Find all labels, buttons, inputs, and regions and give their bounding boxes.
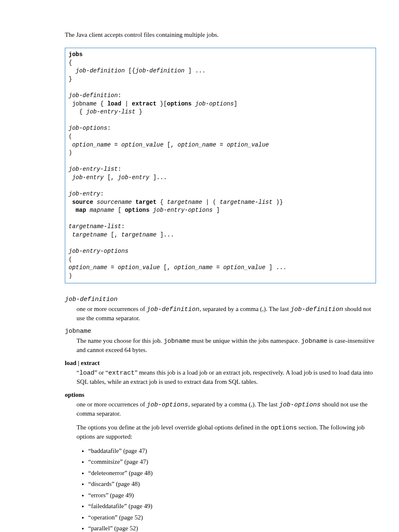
list-item: “commitsize” (page 47): [88, 457, 376, 467]
syntax-codebox: jobs { job-definition [{job-definition ]…: [65, 48, 376, 283]
list-item: “baddatafile” (page 47): [88, 446, 376, 456]
list-item: “deleteonerror” (page 48): [88, 468, 376, 478]
term-options: options: [65, 391, 376, 398]
options-bullet-list: “baddatafile” (page 47) “commitsize” (pa…: [77, 446, 376, 532]
desc-load-extract: “load” or “extract” means this job is a …: [77, 368, 376, 386]
intro-text: The Java client accepts control files co…: [65, 31, 376, 39]
list-item: “discards” (page 48): [88, 479, 376, 489]
term-job-definition: job-definition: [65, 296, 376, 303]
list-item: “faileddatafile” (page 49): [88, 501, 376, 511]
desc-jobname: The name you choose for this job. jobnam…: [77, 337, 376, 355]
definition-list: job-definition one or more occurrences o…: [65, 296, 376, 532]
desc-job-definition: one or more occurrences of job-definitio…: [77, 305, 376, 323]
term-load-extract: load | extract: [65, 360, 376, 367]
list-item: “operation” (page 52): [88, 513, 376, 522]
term-jobname: jobname: [65, 328, 376, 335]
desc-options: one or more occurrences of job-options, …: [77, 400, 376, 532]
list-item: “errors” (page 49): [88, 491, 376, 500]
list-item: “parallel” (page 52): [88, 524, 376, 532]
